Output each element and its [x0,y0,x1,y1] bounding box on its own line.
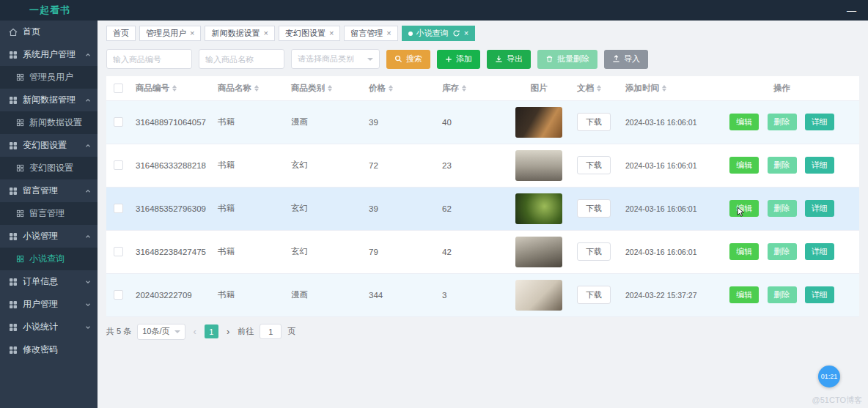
tab-admin-users[interactable]: 管理员用户 × [139,26,201,41]
download-button[interactable]: 下载 [577,286,611,304]
page-size-select[interactable]: 10条/页 [137,324,185,340]
row-checkbox[interactable] [114,247,123,256]
prev-page-button[interactable]: ‹ [191,326,199,337]
search-button[interactable]: 搜索 [386,50,430,69]
sidebar-item-novel-mgmt[interactable]: 小说管理 [0,225,98,248]
detail-button[interactable]: 详细 [805,200,834,217]
sort-icon[interactable] [172,85,177,92]
sidebar-item-novel-stats[interactable]: 小说统计 [0,316,98,338]
body-wrap: 首页 系统用户管理 管理员用户 新闻数据管理 新闻数据设置 [0,21,868,408]
col-header-time[interactable]: 添加时间 [618,76,705,100]
sort-icon[interactable] [254,85,259,92]
delete-button[interactable]: 删除 [768,157,797,174]
sort-icon[interactable] [389,85,393,92]
tab-home[interactable]: 首页 [106,26,136,41]
close-icon[interactable]: × [329,29,334,37]
product-image[interactable] [515,193,562,224]
col-header-sn[interactable]: 商品编号 [128,76,210,100]
edit-button[interactable]: 编辑 [729,114,759,130]
sidebar-subitem-message-mgmt[interactable]: 留言管理 [0,202,98,225]
delete-button[interactable]: 删除 [768,286,797,303]
sort-icon[interactable] [597,85,601,92]
category-select[interactable]: 请选择商品类别 [291,49,380,69]
sort-icon[interactable] [328,85,332,92]
tab-novel-query[interactable]: 小说查询 × [402,26,475,41]
cell-product-price: 72 [361,144,435,187]
next-page-button[interactable]: › [224,326,232,337]
detail-button[interactable]: 详细 [805,243,834,260]
col-header-doc[interactable]: 文档 [570,76,618,100]
cell-product-image [508,273,570,316]
sidebar-subitem-news-data-settings[interactable]: 新闻数据设置 [0,111,98,134]
sidebar-item-news-data-mgmt[interactable]: 新闻数据管理 [0,89,98,111]
refresh-icon[interactable] [452,29,460,37]
minimize-icon[interactable]: — [847,6,856,15]
sort-icon[interactable] [462,85,466,92]
sort-caret-up [389,85,393,88]
col-header-category[interactable]: 商品类别 [284,76,361,100]
tab-news-data-settings[interactable]: 新闻数据设置 × [205,26,274,41]
col-header-label: 库存 [442,84,459,92]
sidebar-item-message-mgmt[interactable]: 留言管理 [0,179,98,202]
edit-button[interactable]: 编辑 [729,286,759,303]
sidebar-item-user-mgmt[interactable]: 用户管理 [0,293,98,316]
page-number-current[interactable]: 1 [205,324,218,338]
sidebar-item-system-user-mgmt[interactable]: 系统用户管理 [0,43,98,66]
tab-label: 留言管理 [350,28,383,39]
delete-button[interactable]: 删除 [768,200,797,217]
close-icon[interactable]: × [386,29,391,37]
sidebar-item-change-password[interactable]: 修改密码 [0,338,98,361]
product-image[interactable] [515,107,562,138]
row-checkbox[interactable] [114,290,123,300]
sidebar-item-banner-settings[interactable]: 变幻图设置 [0,134,98,157]
product-name-input[interactable] [199,49,284,69]
col-header-name[interactable]: 商品名称 [210,76,284,100]
close-icon[interactable]: × [190,29,194,37]
sort-icon[interactable] [662,85,666,92]
download-button[interactable]: 下载 [577,242,611,261]
detail-button[interactable]: 详细 [805,286,834,303]
cell-product-category: 漫画 [284,273,361,316]
row-checkbox[interactable] [114,117,123,127]
detail-button[interactable]: 详细 [805,114,834,130]
product-image[interactable] [515,237,562,267]
tab-message-mgmt[interactable]: 留言管理 × [344,26,397,41]
col-header-stock[interactable]: 库存 [435,76,508,100]
delete-button[interactable]: 删除 [768,243,797,260]
timer-widget[interactable]: 01:21 [818,366,840,387]
col-header-price[interactable]: 价格 [361,76,435,100]
download-button[interactable]: 下载 [577,113,611,131]
edit-button[interactable]: 编辑 [729,200,759,217]
product-image[interactable] [515,150,562,181]
goto-page-input[interactable] [260,324,282,339]
edit-button[interactable]: 编辑 [729,157,759,174]
add-button[interactable]: 添加 [437,50,480,69]
tab-label: 小说查询 [416,28,449,39]
download-button[interactable]: 下载 [577,156,611,174]
select-all-checkbox[interactable] [114,84,123,93]
product-sn-input[interactable] [106,49,192,69]
download-button[interactable]: 下载 [577,199,611,218]
sidebar-subitem-banner-settings[interactable]: 变幻图设置 [0,157,98,179]
delete-button[interactable]: 删除 [768,114,797,130]
import-button[interactable]: 导入 [604,50,648,69]
chevron-up-icon [84,233,92,240]
col-header-label: 商品类别 [291,84,325,92]
sidebar-subitem-novel-query[interactable]: 小说查询 [0,248,98,270]
sidebar-subitem-admin-users[interactable]: 管理员用户 [0,66,98,89]
edit-button[interactable]: 编辑 [729,243,759,260]
batch-delete-button-label: 批量删除 [557,53,589,64]
import-button-label: 导入 [624,53,640,64]
row-checkbox[interactable] [114,204,123,213]
close-icon[interactable]: × [263,29,268,37]
product-image[interactable] [515,280,562,311]
app-root: 一起看书 — 首页 系统用户管理 管理员用户 新闻数据管理 [0,0,868,408]
close-icon[interactable]: × [464,29,468,37]
row-checkbox[interactable] [114,160,123,170]
batch-delete-button[interactable]: 批量删除 [537,50,597,69]
sidebar-item-home[interactable]: 首页 [0,21,98,43]
tab-banner-settings[interactable]: 变幻图设置 × [279,26,340,41]
detail-button[interactable]: 详细 [805,157,834,174]
sidebar-item-order-info[interactable]: 订单信息 [0,270,98,293]
export-button[interactable]: 导出 [487,50,531,69]
